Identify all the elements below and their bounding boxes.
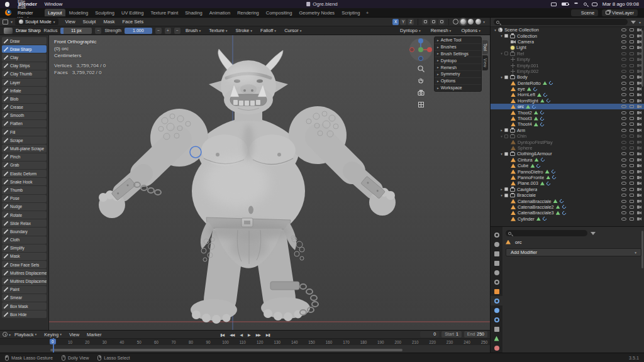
disable-in-render-icon[interactable]: [637, 134, 641, 138]
z-neg-handle[interactable]: [419, 57, 423, 61]
panel-dropdown-options[interactable]: Options▾: [459, 28, 482, 33]
outliner-row-hornleft[interactable]: HornLeft: [491, 92, 644, 97]
disable-in-render-icon[interactable]: [637, 117, 641, 120]
tool-blob[interactable]: Blob: [2, 95, 47, 102]
menu-sculpt[interactable]: Sculpt: [79, 19, 100, 25]
workspace-tab-modeling[interactable]: Modeling: [66, 9, 91, 16]
disable-in-viewport-icon[interactable]: [630, 87, 634, 90]
hide-in-viewport-icon[interactable]: [621, 211, 626, 214]
gizmos-toggle-icon[interactable]: [422, 19, 428, 25]
jump-to-keyframe-prev-button[interactable]: ◀◀: [228, 332, 235, 337]
disable-in-render-icon[interactable]: [637, 70, 641, 73]
hide-in-viewport-icon[interactable]: [621, 134, 626, 138]
outliner-row-catenabracciale3[interactable]: CatenaBracciale3: [491, 210, 644, 216]
hide-in-viewport-icon[interactable]: [621, 170, 626, 173]
properties-tab-render[interactable]: [491, 239, 502, 249]
disable-in-viewport-icon[interactable]: [630, 46, 634, 49]
zoom-icon[interactable]: [417, 65, 425, 73]
disable-in-render-icon[interactable]: [637, 206, 641, 209]
menu-edit[interactable]: Edit: [14, 4, 38, 10]
hide-in-viewport-icon[interactable]: [621, 152, 626, 155]
mirror-y-toggle[interactable]: Y: [400, 19, 406, 25]
disable-in-render-icon[interactable]: [637, 158, 641, 162]
disable-in-viewport-icon[interactable]: [630, 134, 634, 138]
tool-layer[interactable]: Layer: [2, 79, 47, 86]
npanel-section-brush-settings[interactable]: ▸Brush Settings: [435, 51, 481, 58]
npanel-section-symmetry[interactable]: ▸Symmetry: [435, 71, 481, 78]
filter-icon[interactable]: [631, 21, 636, 24]
hide-in-viewport-icon[interactable]: [621, 46, 626, 49]
scene-selector[interactable]: Scene: [571, 9, 598, 16]
tool-multires-displacement-s[interactable]: Multires Displacement S...: [2, 277, 47, 285]
battery-icon[interactable]: [562, 3, 569, 6]
camera-view-icon[interactable]: [417, 89, 425, 97]
disable-in-render-icon[interactable]: [637, 87, 641, 90]
blender-logo-icon[interactable]: [5, 9, 11, 16]
collection-checkbox[interactable]: [504, 134, 508, 138]
disclosure-triangle-icon[interactable]: ▸: [499, 128, 504, 132]
xray-toggle-icon[interactable]: [438, 19, 445, 25]
outliner-row-camera[interactable]: Camera: [491, 39, 644, 45]
wireframe-shading-icon[interactable]: [453, 19, 458, 25]
panel-dropdown-texture[interactable]: Texture▾: [207, 28, 229, 33]
tool-slide-relax[interactable]: Slide Relax: [2, 219, 47, 227]
properties-tab-object-data[interactable]: [491, 334, 502, 343]
mirror-z-toggle[interactable]: Z: [408, 19, 414, 25]
disable-in-viewport-icon[interactable]: [630, 217, 634, 221]
hide-in-viewport-icon[interactable]: [621, 188, 626, 191]
outliner-row-arm[interactable]: ▸Arm: [491, 128, 644, 133]
tool-flatten[interactable]: Flatten: [2, 120, 47, 128]
outliner-row-pannodietro[interactable]: PannoDietro: [491, 168, 644, 174]
disable-in-viewport-icon[interactable]: [630, 206, 634, 209]
hide-in-viewport-icon[interactable]: [621, 182, 626, 185]
hide-in-viewport-icon[interactable]: [621, 40, 626, 43]
outliner-row-hornright[interactable]: HornRight: [491, 98, 644, 104]
strength-field[interactable]: 1.000: [125, 28, 152, 34]
outliner-row-empty[interactable]: Empty: [491, 57, 644, 62]
outliner-scrollbar[interactable]: [641, 30, 643, 87]
outliner-row-orc[interactable]: orc: [491, 104, 644, 109]
overlays-toggle-icon[interactable]: [430, 19, 436, 25]
outliner-row-collection[interactable]: ▾Collection: [491, 33, 644, 38]
outliner-row-cavigliera[interactable]: ▸Cavigliera: [491, 187, 644, 192]
disable-in-render-icon[interactable]: [637, 123, 641, 126]
menu-face-sets[interactable]: Face Sets: [118, 19, 147, 25]
hide-in-viewport-icon[interactable]: [621, 93, 626, 96]
hide-in-viewport-icon[interactable]: [621, 123, 626, 126]
spotlight-icon[interactable]: [584, 3, 587, 6]
npanel-tab-tool[interactable]: Tool: [482, 40, 488, 54]
outliner-row-empty-001[interactable]: Empty.001: [491, 62, 644, 68]
menu-view[interactable]: View: [65, 332, 83, 337]
properties-tab-modifiers[interactable]: [491, 296, 502, 305]
tool-inflate[interactable]: Inflate: [2, 87, 47, 94]
hide-in-viewport-icon[interactable]: [621, 111, 626, 114]
jump-to-end-button[interactable]: ▶▮: [265, 332, 271, 337]
properties-tab-tool[interactable]: [491, 230, 502, 239]
disable-in-viewport-icon[interactable]: [630, 123, 634, 126]
tool-scrape[interactable]: Scrape: [2, 136, 47, 144]
outliner-row-denterotto[interactable]: DenteRotto: [491, 80, 644, 86]
disable-in-render-icon[interactable]: [637, 82, 641, 85]
outliner-row-thoot4[interactable]: Thoot4: [491, 121, 644, 127]
menubar-clock[interactable]: Mar 8 ago 09:08: [602, 1, 639, 7]
macbar-menu-window[interactable]: Window: [41, 1, 66, 7]
workspace-tab-shading[interactable]: Shading: [182, 9, 206, 16]
shading-dropdown-icon[interactable]: ▾: [483, 20, 485, 24]
disable-in-render-icon[interactable]: [637, 129, 641, 132]
disable-in-render-icon[interactable]: [637, 200, 641, 203]
outliner-row-thoot2[interactable]: Thoot2: [491, 109, 644, 115]
hide-in-viewport-icon[interactable]: [621, 52, 626, 55]
add-workspace-button[interactable]: +: [364, 10, 372, 16]
menu-view[interactable]: View: [61, 19, 79, 25]
radius-pressure-toggle-icon[interactable]: ~: [95, 28, 101, 34]
hide-in-viewport-icon[interactable]: [621, 35, 626, 38]
hide-in-viewport-icon[interactable]: [621, 164, 626, 167]
tool-crease[interactable]: Crease: [2, 104, 47, 111]
workspace-tab-compositing[interactable]: Compositing: [263, 9, 296, 16]
disable-in-render-icon[interactable]: [637, 64, 641, 67]
tool-pose[interactable]: Pose: [2, 195, 47, 202]
disclosure-triangle-icon[interactable]: ▾: [499, 194, 504, 197]
disable-in-render-icon[interactable]: [637, 28, 641, 31]
npanel-tab-view[interactable]: View: [482, 55, 488, 70]
properties-tab-constraints[interactable]: [491, 324, 502, 334]
